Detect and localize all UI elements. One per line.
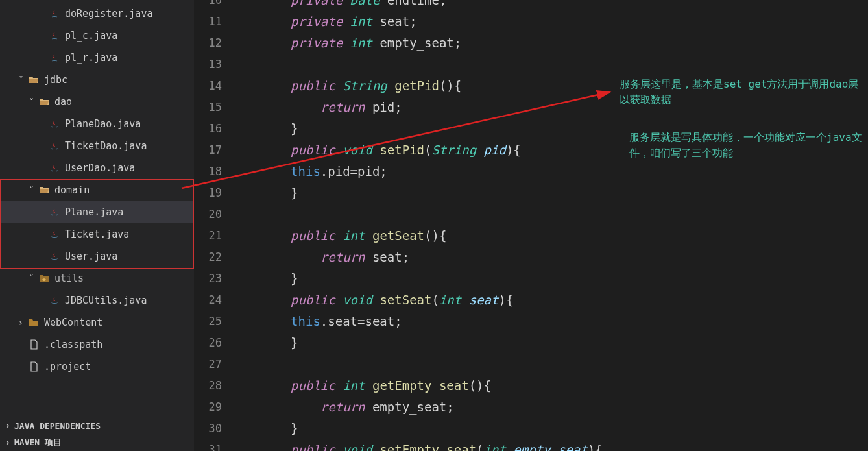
tree-file[interactable]: pl_r.java — [0, 47, 194, 69]
code-line[interactable]: public void setPid(String pid){ — [239, 140, 868, 161]
folder-open-icon — [27, 73, 40, 86]
tree-file[interactable]: UserDao.java — [0, 157, 194, 179]
tree-file[interactable]: Plane.java — [0, 201, 194, 223]
chevron-icon: ˅ — [16, 75, 26, 85]
tree-file[interactable]: Ticket.java — [0, 223, 194, 245]
chevron-right-icon: › — [3, 421, 13, 431]
java-icon — [48, 29, 61, 42]
tree-file[interactable]: .project — [0, 356, 194, 378]
code-line[interactable]: return seat; — [239, 247, 868, 268]
code-content[interactable]: private Date endtime; private int seat; … — [239, 0, 868, 451]
section-label: MAVEN 项目 — [14, 437, 62, 448]
code-line[interactable] — [239, 204, 868, 225]
java-icon — [48, 51, 61, 64]
tree-file[interactable]: TicketDao.java — [0, 135, 194, 157]
folder-icon — [27, 316, 40, 329]
tree-item-label: jdbc — [44, 74, 67, 86]
code-line[interactable] — [239, 54, 868, 75]
code-line[interactable]: this.pid=pid; — [239, 161, 868, 182]
java-icon — [48, 228, 61, 241]
code-line[interactable]: } — [239, 418, 868, 439]
code-editor[interactable]: 1011121314151617181920212223242526272829… — [195, 0, 868, 451]
java-icon — [48, 162, 61, 175]
java-icon — [48, 7, 61, 20]
code-line[interactable] — [239, 354, 868, 375]
tree-item-label: JDBCUtils.java — [65, 295, 147, 306]
tree-file[interactable]: User.java — [0, 245, 194, 267]
tree-item-label: Plane.java — [65, 206, 123, 218]
file-icon — [27, 360, 40, 373]
java-icon — [48, 140, 61, 152]
file-tree[interactable]: doRegister.javapl_c.javapl_r.java˅jdbc˅d… — [0, 0, 194, 417]
tree-file[interactable]: JDBCUtils.java — [0, 289, 194, 311]
tree-item-label: Ticket.java — [65, 228, 129, 240]
line-number-gutter: 1011121314151617181920212223242526272829… — [195, 0, 239, 451]
tree-item-label: WebContent — [44, 317, 102, 328]
tree-item-label: User.java — [65, 250, 117, 262]
chevron-icon: ˅ — [26, 185, 36, 195]
tree-item-label: pl_r.java — [65, 52, 117, 64]
section-maven[interactable]: › MAVEN 项目 — [0, 434, 194, 451]
section-label: JAVA DEPENDENCIES — [14, 421, 101, 431]
code-line[interactable]: private int seat; — [239, 11, 868, 32]
tree-item-label: PlaneDao.java — [65, 118, 141, 130]
code-line[interactable]: } — [239, 182, 868, 204]
tree-folder[interactable]: ˅domain — [0, 179, 194, 201]
tree-item-label: TicketDao.java — [65, 140, 147, 152]
tree-file[interactable]: .classpath — [0, 334, 194, 356]
folder-open-icon — [38, 95, 51, 108]
tree-item-label: dao — [54, 96, 72, 108]
folder-open-icon — [38, 184, 51, 197]
tree-item-label: doRegister.java — [65, 8, 152, 19]
chevron-icon: ˅ — [26, 97, 36, 107]
code-line[interactable]: } — [239, 118, 868, 140]
tree-folder[interactable]: ˅dao — [0, 91, 194, 113]
tree-folder[interactable]: ›WebContent — [0, 311, 194, 334]
code-line[interactable]: public int getEmpty_seat(){ — [239, 375, 868, 396]
tree-item-label: domain — [54, 184, 90, 196]
file-explorer-sidebar: doRegister.javapl_c.javapl_r.java˅jdbc˅d… — [0, 0, 195, 451]
section-java-dependencies[interactable]: › JAVA DEPENDENCIES — [0, 417, 194, 434]
tree-item-label: utils — [54, 273, 84, 284]
code-line[interactable]: this.seat=seat; — [239, 311, 868, 332]
code-line[interactable]: return empty_seat; — [239, 396, 868, 418]
code-line[interactable]: public int getSeat(){ — [239, 225, 868, 247]
java-icon — [48, 250, 61, 263]
tree-item-label: pl_c.java — [65, 30, 117, 42]
code-line[interactable]: private Date endtime; — [239, 0, 868, 11]
java-icon — [48, 294, 61, 307]
tree-item-label: UserDao.java — [65, 162, 135, 174]
code-line[interactable]: public void setEmpty_seat(int empty_seat… — [239, 439, 868, 451]
chevron-icon: ˅ — [26, 273, 36, 284]
tree-item-label: .project — [44, 361, 91, 372]
chevron-right-icon: › — [3, 437, 13, 448]
tree-folder[interactable]: ˅utils — [0, 267, 194, 289]
code-line[interactable]: } — [239, 268, 868, 289]
java-icon — [48, 117, 61, 130]
folder-special-icon — [38, 272, 51, 285]
code-line[interactable]: public void setSeat(int seat){ — [239, 289, 868, 311]
tree-file[interactable]: doRegister.java — [0, 3, 194, 25]
tree-folder[interactable]: ˅jdbc — [0, 69, 194, 91]
tree-item-label: .classpath — [44, 339, 102, 350]
tree-file[interactable]: PlaneDao.java — [0, 113, 194, 135]
java-icon — [48, 206, 61, 219]
code-line[interactable]: return pid; — [239, 97, 868, 118]
code-line[interactable]: } — [239, 332, 868, 354]
code-line[interactable]: public String getPid(){ — [239, 75, 868, 97]
chevron-icon: › — [16, 317, 26, 328]
code-line[interactable]: private int empty_seat; — [239, 32, 868, 54]
file-icon — [27, 338, 40, 351]
tree-file[interactable]: pl_c.java — [0, 25, 194, 47]
